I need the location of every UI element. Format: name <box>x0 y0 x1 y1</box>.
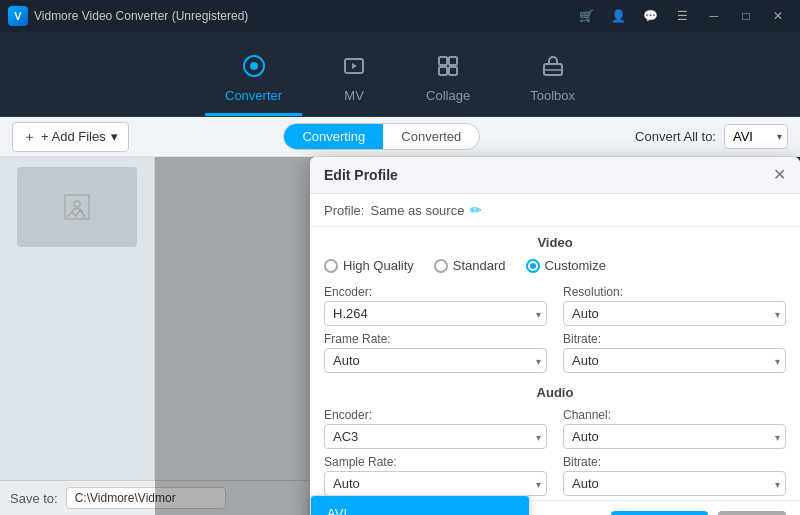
svg-rect-6 <box>449 67 457 75</box>
encoder-field: Encoder: H.264 H.265 MPEG-4 ▾ <box>324 285 547 326</box>
nav-label-converter: Converter <box>225 88 282 103</box>
title-bar-left: V Vidmore Video Converter (Unregistered) <box>8 6 248 26</box>
create-new-button[interactable]: Create New <box>611 511 708 515</box>
channel-select-wrapper: Auto Mono Stereo ▾ <box>563 424 786 449</box>
title-bar-controls: 🛒 👤 💬 ☰ ─ □ ✕ <box>572 6 792 26</box>
resolution-select-wrapper: Auto 1920x1080 1280x720 ▾ <box>563 301 786 326</box>
converter-icon <box>242 54 266 84</box>
menu-button[interactable]: ☰ <box>668 6 696 26</box>
user-button[interactable]: 👤 <box>604 6 632 26</box>
collage-icon <box>436 54 460 84</box>
toolbox-icon <box>541 54 565 84</box>
channel-label: Channel: <box>563 408 786 422</box>
file-thumbnail <box>17 167 137 247</box>
audio-fields: Encoder: AC3 AAC MP3 ▾ Channel: <box>310 404 800 500</box>
convert-all-wrapper: AVI MP4 MKV MOV ▾ <box>724 124 788 149</box>
dialog-profile-row: Profile: Same as source ✏ <box>310 194 800 227</box>
right-panel: ℹ 1:45 AVI ▾ Auto ⚙ Standard ⚙ Standard … <box>155 157 800 515</box>
add-files-label: + Add Files <box>41 129 106 144</box>
tab-group: Converting Converted <box>283 123 480 150</box>
add-files-button[interactable]: ＋ + Add Files ▾ <box>12 122 129 152</box>
audio-bitrate-field: Bitrate: Auto 128k 192k ▾ <box>563 455 786 496</box>
radio-circle-customize <box>526 259 540 273</box>
close-dialog-button[interactable]: ✕ <box>773 167 786 183</box>
audio-bitrate-select[interactable]: Auto 128k 192k <box>563 471 786 496</box>
audio-encoder-select[interactable]: AC3 AAC MP3 <box>324 424 547 449</box>
nav-item-toolbox[interactable]: Toolbox <box>510 46 595 116</box>
audio-bitrate-select-wrapper: Auto 128k 192k ▾ <box>563 471 786 496</box>
encoder-select-wrapper: H.264 H.265 MPEG-4 ▾ <box>324 301 547 326</box>
profile-value: Same as source <box>370 203 464 218</box>
encoder-label: Encoder: <box>324 285 547 299</box>
samplerate-select[interactable]: Auto 44100 48000 <box>324 471 547 496</box>
edit-profile-dialog: Edit Profile ✕ Profile: Same as source ✏… <box>310 157 800 515</box>
main-content: ℹ 1:45 AVI ▾ Auto ⚙ Standard ⚙ Standard … <box>0 157 800 515</box>
cart-button[interactable]: 🛒 <box>572 6 600 26</box>
toolbar-left: ＋ + Add Files ▾ <box>12 122 129 152</box>
maximize-button[interactable]: □ <box>732 6 760 26</box>
nav-item-converter[interactable]: Converter <box>205 46 302 116</box>
radio-circle-high <box>324 259 338 273</box>
radio-customize[interactable]: Customize <box>526 258 606 273</box>
audio-encoder-label: Encoder: <box>324 408 547 422</box>
resolution-field: Resolution: Auto 1920x1080 1280x720 ▾ <box>563 285 786 326</box>
samplerate-label: Sample Rate: <box>324 455 547 469</box>
video-bitrate-select-wrapper: Auto 1000k 2000k ▾ <box>563 348 786 373</box>
svg-rect-3 <box>439 57 447 65</box>
radio-high-quality[interactable]: High Quality <box>324 258 414 273</box>
audio-encoder-select-wrapper: AC3 AAC MP3 ▾ <box>324 424 547 449</box>
tab-converting[interactable]: Converting <box>284 124 383 149</box>
save-to-label: Save to: <box>10 491 58 506</box>
radio-label-customize: Customize <box>545 258 606 273</box>
plus-icon: ＋ <box>23 128 36 146</box>
video-bitrate-select[interactable]: Auto 1000k 2000k <box>563 348 786 373</box>
title-bar: V Vidmore Video Converter (Unregistered)… <box>0 0 800 32</box>
toolbar-right: Convert All to: AVI MP4 MKV MOV ▾ <box>635 124 788 149</box>
convert-all-label: Convert All to: <box>635 129 716 144</box>
radio-label-standard: Standard <box>453 258 506 273</box>
nav-label-mv: MV <box>344 88 364 103</box>
radio-standard[interactable]: Standard <box>434 258 506 273</box>
svg-rect-4 <box>449 57 457 65</box>
resolution-label: Resolution: <box>563 285 786 299</box>
tab-converted[interactable]: Converted <box>383 124 479 149</box>
nav-label-toolbox: Toolbox <box>530 88 575 103</box>
resolution-select[interactable]: Auto 1920x1080 1280x720 <box>563 301 786 326</box>
add-files-dropdown-icon: ▾ <box>111 129 118 144</box>
svg-rect-5 <box>439 67 447 75</box>
top-nav: Converter MV Collage <box>0 32 800 117</box>
format-dropdown: AVI 5K/8K Video <box>310 495 530 515</box>
convert-all-select[interactable]: AVI MP4 MKV MOV <box>724 124 788 149</box>
encoder-select[interactable]: H.264 H.265 MPEG-4 <box>324 301 547 326</box>
dialog-title: Edit Profile <box>324 167 398 183</box>
cancel-button[interactable]: Cancel <box>718 511 786 515</box>
svg-point-9 <box>74 201 80 207</box>
svg-point-1 <box>250 62 258 70</box>
chat-button[interactable]: 💬 <box>636 6 664 26</box>
samplerate-field: Sample Rate: Auto 44100 48000 ▾ <box>324 455 547 496</box>
audio-bitrate-label: Bitrate: <box>563 455 786 469</box>
framerate-field: Frame Rate: Auto 24 30 ▾ <box>324 332 547 373</box>
profile-edit-icon[interactable]: ✏ <box>470 202 482 218</box>
minimize-button[interactable]: ─ <box>700 6 728 26</box>
channel-field: Channel: Auto Mono Stereo ▾ <box>563 408 786 449</box>
video-fields: Encoder: H.264 H.265 MPEG-4 ▾ Resolution… <box>310 281 800 377</box>
framerate-select[interactable]: Auto 24 30 <box>324 348 547 373</box>
radio-circle-standard <box>434 259 448 273</box>
framerate-select-wrapper: Auto 24 30 ▾ <box>324 348 547 373</box>
video-section-header: Video <box>310 227 800 254</box>
channel-select[interactable]: Auto Mono Stereo <box>563 424 786 449</box>
nav-item-collage[interactable]: Collage <box>406 46 490 116</box>
title-bar-title: Vidmore Video Converter (Unregistered) <box>34 9 248 23</box>
radio-label-high: High Quality <box>343 258 414 273</box>
mv-icon <box>342 54 366 84</box>
footer-right-buttons: Create New Cancel <box>611 511 786 515</box>
format-item-avi[interactable]: AVI <box>311 496 529 515</box>
nav-item-mv[interactable]: MV <box>322 46 386 116</box>
toolbar: ＋ + Add Files ▾ Converting Converted Con… <box>0 117 800 157</box>
left-panel <box>0 157 155 515</box>
close-button[interactable]: ✕ <box>764 6 792 26</box>
video-bitrate-label: Bitrate: <box>563 332 786 346</box>
dialog-header: Edit Profile ✕ <box>310 157 800 194</box>
video-bitrate-field: Bitrate: Auto 1000k 2000k ▾ <box>563 332 786 373</box>
